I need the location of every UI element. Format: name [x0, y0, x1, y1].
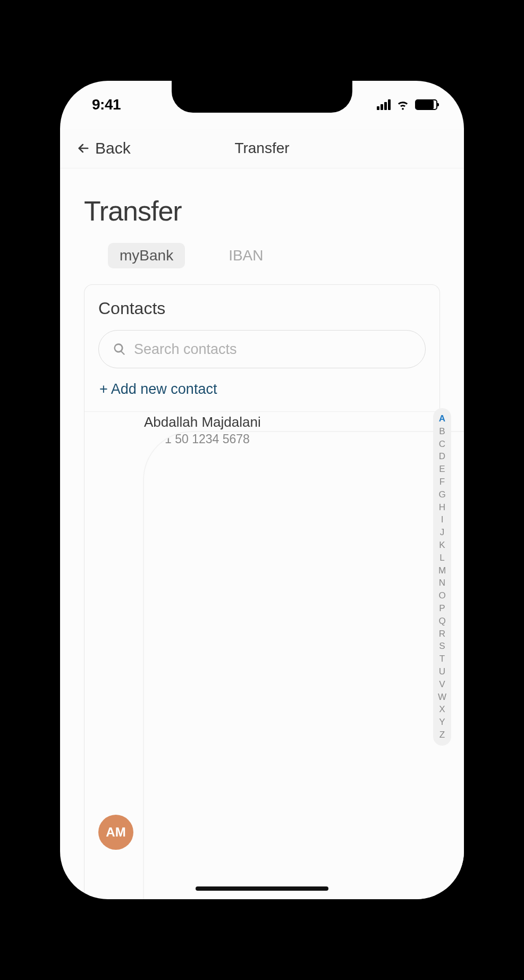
contacts-list[interactable]: AMAbdallah Majdalani+971 50 1234 5678ACA… — [84, 411, 440, 899]
index-letter[interactable]: U — [433, 665, 451, 678]
notch — [172, 81, 352, 113]
index-letter[interactable]: X — [433, 703, 451, 716]
nav-bar: Back Transfer — [60, 129, 464, 168]
search-icon — [113, 342, 126, 356]
phone-frame: 9:41 Back Transfer Transfer myBank IBAN — [60, 81, 464, 899]
back-label: Back — [95, 139, 131, 157]
index-letter[interactable]: R — [433, 628, 451, 640]
tab-iban[interactable]: IBAN — [217, 243, 275, 268]
index-letter[interactable]: N — [433, 577, 451, 589]
contact-row[interactable]: AMAbdallah Majdalani+971 50 1234 5678 — [84, 412, 440, 899]
index-letter[interactable]: D — [433, 450, 451, 463]
index-letter[interactable]: S — [433, 640, 451, 653]
contacts-heading: Contacts — [98, 299, 426, 318]
battery-icon — [415, 99, 437, 110]
index-letter[interactable]: Z — [433, 729, 451, 741]
index-letter[interactable]: P — [433, 602, 451, 615]
add-new-contact-button[interactable]: + Add new contact — [98, 380, 426, 411]
index-letter[interactable]: E — [433, 463, 451, 476]
index-letter[interactable]: F — [433, 476, 451, 488]
index-letter[interactable]: O — [433, 589, 451, 602]
index-letter[interactable]: J — [433, 526, 451, 539]
index-letter[interactable]: G — [433, 488, 451, 501]
arrow-left-icon — [76, 141, 91, 156]
index-letter[interactable]: V — [433, 678, 451, 691]
wifi-icon — [396, 99, 410, 111]
status-time: 9:41 — [92, 96, 121, 113]
contact-phone: +971 50 1234 5678 — [144, 432, 464, 899]
index-letter[interactable]: B — [433, 425, 451, 438]
index-letter[interactable]: I — [433, 513, 451, 526]
index-letter[interactable]: A — [433, 412, 451, 425]
search-placeholder: Search contacts — [134, 341, 237, 358]
index-letter[interactable]: H — [433, 501, 451, 514]
tab-mybank[interactable]: myBank — [108, 243, 185, 268]
index-letter[interactable]: L — [433, 552, 451, 564]
contact-name: Abdallah Majdalani — [144, 414, 464, 430]
status-icons — [377, 99, 437, 111]
avatar: AM — [98, 815, 133, 850]
index-letter[interactable]: Y — [433, 716, 451, 729]
transfer-tabs: myBank IBAN — [84, 227, 440, 279]
alphabet-index[interactable]: ABCDEFGHIJKLMNOPQRSTUVWXYZ — [433, 408, 451, 746]
back-button[interactable]: Back — [60, 139, 131, 157]
index-letter[interactable]: Q — [433, 615, 451, 628]
search-input[interactable]: Search contacts — [98, 330, 426, 368]
home-indicator[interactable] — [196, 886, 328, 891]
index-letter[interactable]: W — [433, 691, 451, 704]
index-letter[interactable]: M — [433, 564, 451, 577]
page-title: Transfer — [84, 195, 440, 227]
contacts-card: Contacts Search contacts + Add new conta… — [84, 284, 440, 899]
cellular-icon — [377, 99, 391, 110]
index-letter[interactable]: T — [433, 653, 451, 665]
index-letter[interactable]: C — [433, 438, 451, 451]
index-letter[interactable]: K — [433, 539, 451, 552]
